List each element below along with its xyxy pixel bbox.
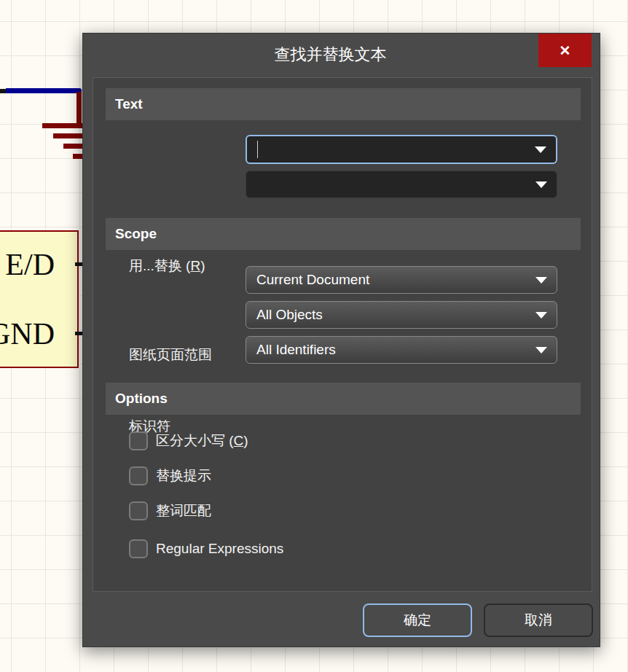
option-row-whole-word: 整词匹配: [129, 501, 211, 520]
section-header-label: Scope: [115, 226, 157, 242]
identifiers-dropdown[interactable]: All Identifiers: [246, 336, 557, 364]
replace-with-combobox[interactable]: [246, 171, 557, 198]
pin-label-gnd: GND: [0, 319, 55, 349]
label-mnemonic: C: [234, 433, 244, 448]
regex-checkbox[interactable]: [129, 539, 148, 558]
section-header-label: Text: [115, 96, 143, 112]
dialog-title: 查找并替换文本: [83, 44, 578, 66]
sheet-scope-label: 图纸页面范围: [129, 345, 212, 364]
case-sensitive-checkbox[interactable]: [129, 431, 148, 450]
find-text-combobox[interactable]: [246, 135, 557, 164]
replace-with-label: 用...替换 (R): [129, 257, 205, 276]
ok-button[interactable]: 确定: [363, 603, 472, 637]
option-row-case-sensitive: 区分大小写 (C): [129, 431, 248, 450]
identifiers-value: All Identifiers: [256, 342, 336, 358]
cancel-button-label: 取消: [525, 611, 552, 630]
label-text: 区分大小写 (: [156, 433, 234, 448]
sheet-scope-value: Current Document: [256, 272, 369, 288]
label-text: 用...替换 (: [129, 258, 190, 273]
whole-word-label: 整词匹配: [156, 501, 211, 520]
option-row-regex: Regular Expressions: [129, 539, 283, 558]
section-header-options: Options: [106, 383, 581, 415]
label-text: ): [200, 258, 205, 273]
find-replace-dialog: 查找并替换文本 ✕ Text 查找文本 (T) 用...替换 (R) Scope…: [82, 33, 600, 647]
dialog-title-bar[interactable]: 查找并替换文本 ✕: [83, 34, 600, 73]
dropdown-arrow-icon[interactable]: [535, 347, 547, 353]
pin-label-ed: E/D: [5, 249, 55, 280]
sheet-scope-dropdown[interactable]: Current Document: [246, 266, 557, 294]
case-sensitive-label: 区分大小写 (C): [156, 431, 248, 450]
section-header-label: Options: [115, 391, 168, 407]
pin-stub: [75, 332, 82, 335]
ground-symbol-bar: [42, 123, 82, 128]
ground-symbol-stem: [76, 92, 82, 126]
option-row-prompt-on-replace: 替换提示: [129, 466, 211, 485]
dropdown-arrow-icon[interactable]: [535, 181, 547, 188]
close-button[interactable]: ✕: [538, 34, 592, 67]
whole-word-checkbox[interactable]: [129, 501, 148, 520]
dialog-content-panel: Text 查找文本 (T) 用...替换 (R) Scope 图纸页面范围 Cu…: [93, 77, 592, 592]
prompt-on-replace-checkbox[interactable]: [129, 466, 148, 485]
schematic-component: E/D GND: [0, 230, 79, 368]
cancel-button[interactable]: 取消: [484, 603, 593, 637]
ok-button-label: 确定: [404, 611, 431, 630]
selection-dropdown[interactable]: All Objects: [246, 301, 557, 329]
section-header-scope: Scope: [106, 218, 581, 250]
dropdown-arrow-icon[interactable]: [535, 277, 547, 284]
dropdown-arrow-icon[interactable]: [535, 312, 547, 319]
close-icon: ✕: [560, 42, 571, 59]
section-header-text: Text: [106, 88, 581, 120]
label-mnemonic: R: [190, 258, 200, 273]
dropdown-arrow-icon[interactable]: [535, 146, 546, 153]
ground-symbol-bar: [73, 154, 82, 159]
ground-symbol-bar: [53, 133, 82, 138]
label-text: ): [243, 433, 248, 448]
prompt-on-replace-label: 替换提示: [156, 466, 211, 485]
text-cursor: [257, 141, 258, 158]
regex-label: Regular Expressions: [156, 541, 283, 557]
selection-value: All Objects: [256, 307, 323, 323]
ground-symbol-bar: [63, 144, 82, 149]
blue-wire: [6, 88, 82, 93]
pin-stub: [75, 262, 82, 266]
